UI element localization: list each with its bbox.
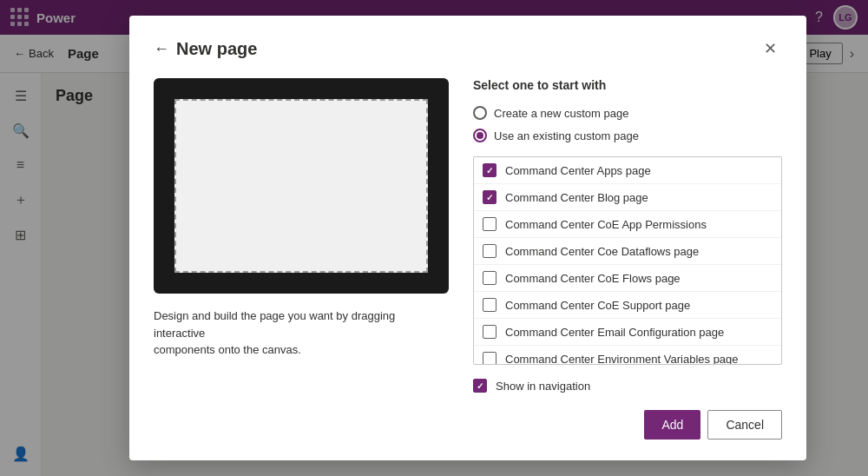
dialog-left-panel: Design and build the page you want by dr… bbox=[154, 78, 449, 440]
list-item[interactable]: Command Center Apps page bbox=[474, 157, 781, 184]
dialog-title: New page bbox=[176, 39, 758, 59]
page-checkbox-3[interactable] bbox=[483, 244, 496, 258]
radio-create-new-label: Create a new custom page bbox=[494, 107, 628, 120]
page-label-2: Command Center CoE App Permissions bbox=[505, 218, 707, 231]
page-checkbox-0[interactable] bbox=[483, 163, 496, 177]
page-label-6: Command Center Email Configuration page bbox=[505, 326, 724, 339]
list-item[interactable]: Command Center Environment Variables pag… bbox=[474, 346, 781, 365]
radio-group: Create a new custom page Use an existing… bbox=[473, 106, 782, 142]
dialog-description: Design and build the page you want by dr… bbox=[154, 307, 449, 359]
dialog-close-button[interactable]: ✕ bbox=[758, 36, 782, 61]
dialog-back-button[interactable]: ← bbox=[154, 40, 169, 58]
radio-use-existing-label: Use an existing custom page bbox=[494, 129, 639, 142]
show-in-nav-checkbox[interactable] bbox=[473, 379, 487, 393]
select-label: Select one to start with bbox=[473, 78, 782, 92]
page-label-3: Command Center Coe Dataflows page bbox=[505, 245, 699, 258]
list-item[interactable]: Command Center CoE Support page bbox=[474, 292, 781, 319]
cancel-button[interactable]: Cancel bbox=[707, 410, 782, 440]
radio-use-existing[interactable]: Use an existing custom page bbox=[473, 129, 782, 142]
radio-create-new-circle bbox=[473, 106, 487, 120]
new-page-dialog: ← New page ✕ Design and build the page y… bbox=[129, 16, 806, 460]
dialog-footer: Add Cancel bbox=[473, 410, 782, 440]
add-button[interactable]: Add bbox=[644, 410, 700, 440]
page-label-1: Command Center Blog page bbox=[505, 191, 648, 204]
page-label-7: Command Center Environment Variables pag… bbox=[505, 353, 739, 366]
page-label-4: Command Center CoE Flows page bbox=[505, 272, 681, 285]
page-checkbox-6[interactable] bbox=[483, 325, 496, 339]
show-in-nav-row[interactable]: Show in navigation bbox=[473, 379, 782, 393]
canvas-inner bbox=[174, 99, 428, 273]
page-checkbox-1[interactable] bbox=[483, 190, 496, 204]
dialog-body: Design and build the page you want by dr… bbox=[154, 78, 782, 440]
page-label-5: Command Center CoE Support page bbox=[505, 299, 690, 312]
dialog-right-panel: Select one to start with Create a new cu… bbox=[473, 78, 782, 440]
dialog-header: ← New page ✕ bbox=[154, 36, 782, 61]
page-checkbox-4[interactable] bbox=[483, 271, 496, 285]
list-item[interactable]: Command Center CoE Flows page bbox=[474, 265, 781, 292]
list-item[interactable]: Command Center Email Configuration page bbox=[474, 319, 781, 346]
list-item[interactable]: Command Center CoE App Permissions bbox=[474, 211, 781, 238]
page-label-0: Command Center Apps page bbox=[505, 164, 651, 177]
radio-create-new[interactable]: Create a new custom page bbox=[473, 106, 782, 120]
page-checkbox-2[interactable] bbox=[483, 217, 496, 231]
list-item[interactable]: Command Center Coe Dataflows page bbox=[474, 238, 781, 265]
page-checkbox-7[interactable] bbox=[483, 352, 496, 365]
page-checkbox-5[interactable] bbox=[483, 298, 496, 312]
radio-use-existing-circle bbox=[473, 129, 487, 142]
show-in-nav-label: Show in navigation bbox=[496, 380, 590, 393]
canvas-preview bbox=[154, 78, 449, 294]
page-list-container[interactable]: Command Center Apps page Command Center … bbox=[473, 156, 782, 365]
list-item[interactable]: Command Center Blog page bbox=[474, 184, 781, 211]
